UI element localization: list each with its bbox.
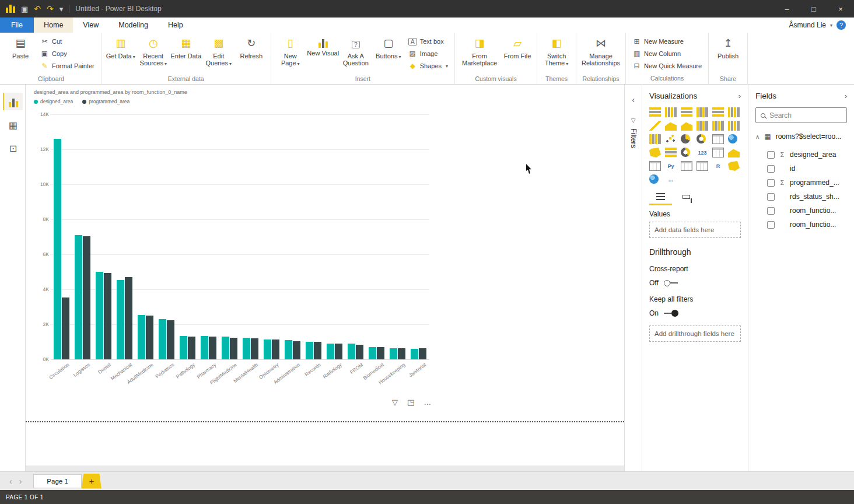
line-stacked-column-chart-icon[interactable] [696,121,708,131]
treemap-icon[interactable] [712,134,724,144]
shape-map-icon[interactable] [728,161,740,171]
kpi-icon[interactable] [728,148,740,158]
tab-modeling[interactable]: Modeling [108,18,158,33]
shapes-button[interactable]: ◆ Shapes ▾ [405,60,452,72]
search-input[interactable] [769,111,839,120]
filters-pane-collapsed[interactable]: ‹ ▽ Filters [624,85,642,471]
cut-button[interactable]: ✂ Cut [37,36,98,48]
bar-programmed_area-FlightMedicine[interactable] [230,338,237,360]
more-visuals-icon[interactable]: … [665,174,677,184]
bar-programmed_area-Pathology[interactable] [188,337,195,359]
100-stacked-column-chart-icon[interactable] [728,107,740,117]
slicer-icon[interactable] [649,161,661,171]
bar-designed_area-MentalHealth[interactable] [243,338,250,360]
ask-a-question-button[interactable]: ? Ask A Question [340,33,372,75]
bar-programmed_area-Circulation[interactable] [62,298,69,360]
scatter-chart-icon[interactable] [665,134,677,144]
bar-programmed_area-Administration[interactable] [293,341,300,360]
minimize-button[interactable]: – [774,0,800,18]
bar-programmed_area-Dental[interactable] [104,273,111,360]
switch-theme-button[interactable]: ◧ Switch Theme▾ [540,33,573,75]
multi-row-card-icon[interactable] [712,148,724,158]
account-name[interactable]: Åsmund Lie [789,21,826,29]
page-tab[interactable]: Page 1 [33,474,81,488]
model-view-button[interactable]: ⊡ [3,139,23,157]
account-chevron-icon[interactable]: ▾ [830,23,832,28]
field-row[interactable]: id [755,162,847,176]
collapse-fields-icon[interactable]: › [845,92,847,100]
new-column-button[interactable]: ▥ New Column [629,47,705,60]
field-row[interactable]: room_functio... [755,204,847,218]
bar-programmed_area-MentalHealth[interactable] [251,338,258,359]
field-checkbox[interactable] [767,207,775,215]
bar-designed_area-Mechanical[interactable] [117,280,124,360]
bar-programmed_area-Radiology[interactable] [335,344,342,359]
enter-data-button[interactable]: ▦ Enter Data [170,33,202,75]
bar-programmed_area-FROM[interactable] [356,345,363,360]
bar-programmed_area-Mechanical[interactable] [125,277,132,359]
maximize-button[interactable]: □ [800,0,827,18]
refresh-button[interactable]: ↻ Refresh [235,33,268,75]
bar-designed_area-Records[interactable] [306,342,313,359]
collapse-table-icon[interactable]: ∧ [755,134,760,140]
bar-designed_area-FROM[interactable] [348,344,355,359]
field-checkbox[interactable] [767,221,775,229]
filled-map-icon[interactable] [649,148,661,158]
save-icon[interactable]: ▣ [21,5,28,13]
copy-button[interactable]: ▣ Copy [37,48,98,60]
image-button[interactable]: ▨ Image [405,48,452,60]
waterfall-chart-icon[interactable] [649,134,661,144]
bar-programmed_area-Janitorial[interactable] [419,348,426,359]
clustered-column-chart-icon[interactable] [696,107,708,117]
redo-icon[interactable]: ↷ [47,4,54,13]
fields-pane-tab[interactable] [649,190,672,205]
field-row[interactable]: room_functio... [755,218,847,232]
format-painter-button[interactable]: ✎ Format Painter [37,60,98,72]
expand-filters-icon[interactable]: ‹ [632,95,635,104]
bar-programmed_area-Housekeeping[interactable] [398,348,405,360]
undo-icon[interactable]: ↶ [34,4,41,13]
table-row[interactable]: ∧ ▦ rooms?$select=roo... [755,132,847,141]
clustered-column-chart-visual[interactable]: designed_area and programmed_area by roo… [29,86,438,392]
data-view-button[interactable]: ▦ [3,116,23,134]
stacked-area-chart-icon[interactable] [681,121,692,131]
bar-designed_area-Circulation[interactable] [54,139,61,359]
tab-view[interactable]: View [73,18,108,33]
donut-chart-icon[interactable] [696,134,706,144]
bar-programmed_area-Biomedical[interactable] [377,347,384,359]
collapse-visualizations-icon[interactable]: › [738,92,741,100]
bar-designed_area-AdultMedicine[interactable] [138,315,145,360]
field-row[interactable]: Σprogrammed_... [755,176,847,190]
field-checkbox[interactable] [767,165,775,173]
edit-queries-button[interactable]: ▩ Edit Queries▾ [202,33,235,75]
bar-programmed_area-Pediatrics[interactable] [167,320,174,360]
field-checkbox[interactable] [767,151,775,159]
stacked-bar-chart-icon[interactable] [649,107,661,117]
table-visual-icon[interactable] [681,161,692,171]
get-data-button[interactable]: ▥ Get Data▾ [104,33,137,75]
arcgis-map-icon[interactable] [649,174,659,184]
bar-designed_area-Janitorial[interactable] [411,349,418,359]
data-fields-well[interactable]: Add data fields here [649,222,741,238]
paste-button[interactable]: ▤ Paste [4,33,37,75]
line-clustered-column-chart-icon[interactable] [712,121,724,131]
bar-designed_area-Administration[interactable] [285,340,292,359]
bar-designed_area-Dental[interactable] [96,272,103,359]
keep-all-filters-toggle[interactable] [664,310,678,317]
bar-designed_area-Housekeeping[interactable] [390,348,397,360]
bar-designed_area-Radiology[interactable] [327,344,334,359]
bar-programmed_area-Logistics[interactable] [83,236,90,360]
visual-filter-icon[interactable]: ▽ [392,398,398,407]
cross-report-toggle[interactable] [664,280,678,286]
more-options-icon[interactable]: … [424,398,431,407]
from-file-button[interactable]: ▱ From File [501,33,534,75]
recent-sources-button[interactable]: ◷ Recent Sources▾ [137,33,170,75]
matrix-visual-icon[interactable] [696,161,708,171]
field-checkbox[interactable] [767,179,775,187]
100-stacked-bar-chart-icon[interactable] [712,107,724,117]
clustered-bar-chart-icon[interactable] [681,107,692,117]
r-script-visual-icon[interactable]: R [712,161,724,171]
new-visual-button[interactable]: New Visual [307,33,340,75]
search-box[interactable] [755,107,847,123]
card-icon[interactable]: 123 [696,148,708,158]
